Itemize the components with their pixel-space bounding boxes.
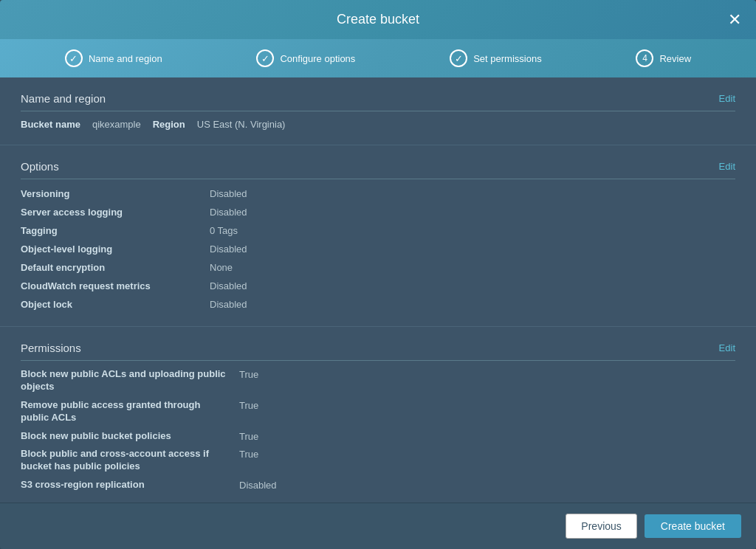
step2-label: Configure options [280,53,355,64]
option-label: CloudWatch request metrics [21,279,198,293]
bucket-name-label: Bucket name [21,119,80,130]
permission-label: Block new public ACLs and uploading publ… [21,368,227,393]
option-value: Disabled [210,205,735,219]
step1-label: Name and region [89,53,162,64]
step3-icon [450,49,467,67]
steps-bar: Name and region Configure options Set pe… [0,39,756,77]
step2-icon [256,49,274,67]
permissions-grid: Block new public ACLs and uploading publ… [21,368,735,491]
options-grid: VersioningDisabledServer access loggingD… [21,187,735,311]
region-value: US East (N. Virginia) [197,119,286,130]
permission-value: True [239,399,735,411]
option-label: Default encryption [21,260,198,274]
options-edit-button[interactable]: Edit [719,161,735,172]
permissions-section: Permissions Edit Block new public ACLs a… [0,327,756,503]
region-label: Region [153,119,185,130]
close-button[interactable]: ✕ [728,12,741,28]
modal-header: Create bucket ✕ [0,0,756,39]
step1-icon [65,49,83,67]
permission-label: Remove public access granted through pub… [21,399,227,424]
permission-value: Disabled [239,479,735,491]
option-value: Disabled [210,242,735,256]
permission-value: True [239,368,735,380]
options-section: Options Edit VersioningDisabledServer ac… [0,145,756,327]
permission-value: True [239,430,735,442]
permission-value: True [239,448,735,460]
options-header: Options Edit [21,160,735,179]
permissions-header: Permissions Edit [21,342,735,361]
option-label: Object-level logging [21,242,198,256]
option-label: Server access logging [21,205,198,219]
step-set-permissions: Set permissions [450,49,541,67]
name-region-title: Name and region [21,92,106,105]
name-region-header: Name and region Edit [21,92,735,111]
option-label: Object lock [21,297,198,311]
permissions-edit-button[interactable]: Edit [719,342,735,353]
permission-label: S3 cross-region replication [21,479,227,491]
previous-button[interactable]: Previous [566,514,636,539]
option-label: Versioning [21,187,198,201]
modal-title: Create bucket [337,12,419,27]
bucket-name-value: qikexample [92,119,141,130]
step4-label: Review [659,53,691,64]
option-value: Disabled [210,279,735,293]
option-label: Tagging [21,224,198,238]
modal-footer: Previous Create bucket [0,503,756,549]
modal-body: Name and region Edit Bucket name qikexam… [0,77,756,503]
bucket-info-row: Bucket name qikexample Region US East (N… [21,119,735,130]
permissions-title: Permissions [21,342,81,354]
name-region-section: Name and region Edit Bucket name qikexam… [0,77,756,145]
create-bucket-modal: Create bucket ✕ Name and region Configur… [0,0,756,549]
step4-icon: 4 [636,49,653,67]
options-title: Options [21,160,59,173]
option-value: Disabled [210,297,735,311]
permission-label: Block public and cross-account access if… [21,448,227,473]
step-configure-options: Configure options [256,49,355,67]
step-name-region: Name and region [65,49,162,67]
permission-label: Block new public bucket policies [21,430,227,443]
create-bucket-button[interactable]: Create bucket [645,514,741,538]
option-value: None [210,260,735,274]
step-review: 4 Review [636,49,691,67]
option-value: 0 Tags [210,224,735,238]
name-region-edit-button[interactable]: Edit [719,93,735,104]
option-value: Disabled [210,187,735,201]
step3-label: Set permissions [473,53,541,64]
